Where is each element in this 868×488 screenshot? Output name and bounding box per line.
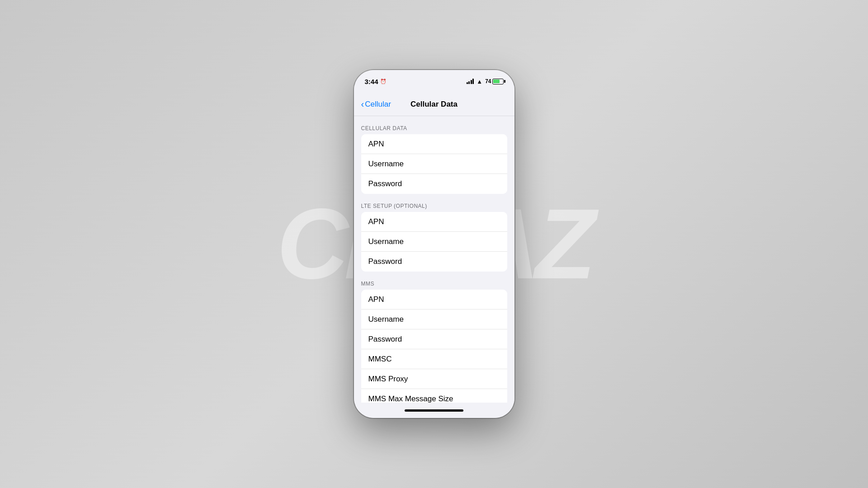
row-cellular-apn[interactable]: APN — [361, 134, 507, 154]
row-mms-proxy[interactable]: MMS Proxy — [361, 369, 507, 389]
signal-bar-4 — [472, 79, 474, 84]
section-lte-setup: LTE SETUP (OPTIONAL) APN Username Passwo… — [354, 194, 514, 272]
wifi-icon: ▲ — [476, 78, 482, 85]
signal-icon — [467, 79, 474, 84]
section-group-cellular-data: APN Username Password — [361, 134, 507, 194]
row-mms-password[interactable]: Password — [361, 329, 507, 349]
signal-bar-3 — [471, 80, 472, 84]
label-lte-password: Password — [368, 257, 402, 266]
signal-bar-1 — [467, 82, 468, 84]
label-mms-username: Username — [368, 315, 404, 324]
label-mms-password: Password — [368, 335, 402, 344]
label-mms-mmsc: MMSC — [368, 355, 392, 364]
label-lte-apn: APN — [368, 217, 384, 226]
label-cellular-apn: APN — [368, 140, 384, 149]
battery-percent: 74 — [485, 78, 491, 84]
label-cellular-password: Password — [368, 179, 402, 188]
row-mms-mmsc[interactable]: MMSC — [361, 349, 507, 369]
back-chevron-icon: ‹ — [361, 99, 364, 108]
section-group-mms: APN Username Password MMSC MMS Proxy MMS… — [361, 290, 507, 403]
section-header-lte: LTE SETUP (OPTIONAL) — [354, 194, 514, 212]
section-header-mms: MMS — [354, 272, 514, 290]
label-mms-proxy: MMS Proxy — [368, 375, 408, 384]
section-cellular-data: CELLULAR DATA APN Username Password — [354, 116, 514, 194]
row-mms-max-size[interactable]: MMS Max Message Size — [361, 389, 507, 403]
label-mms-max-size: MMS Max Message Size — [368, 394, 453, 403]
alarm-icon: ⏰ — [380, 79, 387, 84]
status-bar: 3:44 ⏰ ▲ 74 — [354, 70, 514, 93]
back-button[interactable]: ‹ Cellular — [361, 100, 391, 109]
section-header-cellular-data: CELLULAR DATA — [354, 116, 514, 134]
time-display: 3:44 — [365, 78, 378, 85]
home-bar — [405, 409, 463, 412]
row-lte-apn[interactable]: APN — [361, 212, 507, 232]
nav-bar: ‹ Cellular Cellular Data — [354, 93, 514, 116]
home-indicator — [354, 403, 514, 418]
row-mms-username[interactable]: Username — [361, 310, 507, 329]
label-cellular-username: Username — [368, 160, 404, 169]
row-cellular-password[interactable]: Password — [361, 174, 507, 194]
battery-fill — [493, 80, 500, 83]
section-mms: MMS APN Username Password MMSC MMS Proxy — [354, 272, 514, 403]
section-group-lte: APN Username Password — [361, 212, 507, 272]
page-title: Cellular Data — [410, 100, 458, 109]
label-mms-apn: APN — [368, 295, 384, 304]
status-time: 3:44 ⏰ — [365, 78, 387, 85]
battery-icon — [492, 79, 504, 84]
phone-frame: 3:44 ⏰ ▲ 74 ‹ Cellular Cellular Data — [354, 70, 514, 418]
status-icons: ▲ 74 — [467, 78, 504, 85]
row-cellular-username[interactable]: Username — [361, 154, 507, 174]
row-lte-username[interactable]: Username — [361, 232, 507, 252]
signal-bar-2 — [468, 81, 470, 84]
back-label: Cellular — [365, 100, 391, 109]
label-lte-username: Username — [368, 237, 404, 246]
row-lte-password[interactable]: Password — [361, 252, 507, 272]
content-scroll[interactable]: CELLULAR DATA APN Username Password LTE … — [354, 116, 514, 403]
battery-container: 74 — [485, 78, 503, 84]
row-mms-apn[interactable]: APN — [361, 290, 507, 310]
